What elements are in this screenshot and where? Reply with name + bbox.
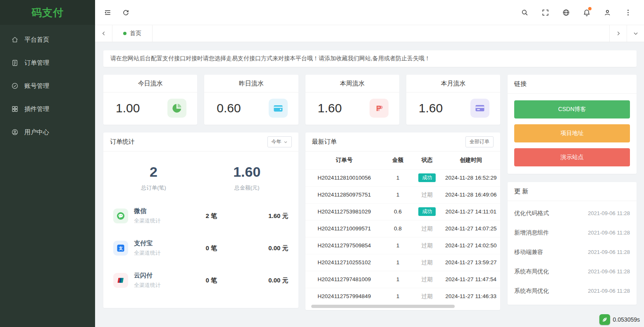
topbar — [95, 0, 644, 25]
app-root: 码支付 平台首页 订单管理 账号管理 插件管理 用户中心 — [0, 0, 644, 327]
channel-row-unionpay: 云闪付 全渠道统计 0 笔 0.00 元 — [113, 264, 289, 296]
svg-text:P: P — [376, 104, 381, 113]
sidebar-item-label: 账号管理 — [24, 82, 49, 90]
update-label: 系统布局优化 — [514, 287, 549, 295]
plugin-icon — [11, 105, 19, 113]
update-label: 系统布局优化 — [514, 268, 549, 275]
refresh-icon[interactable] — [117, 0, 135, 25]
column-header-order-no: 订单号 — [305, 152, 384, 169]
order-no: H2024112753981029 — [305, 203, 384, 220]
content: 请在您网站后台配置支付接口对接时请您选择走易支付接口方式来对接本平台哦！请添加收… — [95, 42, 644, 327]
channel-name: 支付宝 — [134, 239, 206, 247]
sidebar-item-accounts[interactable]: 账号管理 — [0, 74, 95, 97]
stat-value: 1.00 — [116, 101, 140, 115]
channel-count: 0 笔 — [206, 277, 247, 284]
update-item: 系统布局优化 2021-09-06 11:28 — [514, 281, 630, 301]
order-created: 2024-11-27 14:02:50 — [442, 237, 500, 254]
order-row: H2024112797481009 1 过期 2024-11-27 11:47:… — [305, 271, 501, 288]
tabs-scroll-left-icon[interactable] — [95, 25, 112, 42]
tab-label: 首页 — [130, 30, 141, 37]
sidebar-item-orders[interactable]: 订单管理 — [0, 51, 95, 74]
status-text: 过期 — [422, 192, 433, 198]
bank-card-icon — [470, 99, 489, 118]
stat-value: 1.60 — [419, 101, 443, 115]
all-orders-label: 全部订单 — [470, 138, 489, 145]
update-date: 2021-09-06 11:28 — [588, 268, 630, 275]
order-amount: 1 — [383, 237, 413, 254]
status-badge: 成功 — [418, 173, 436, 182]
scrollbar-thumb[interactable] — [311, 305, 455, 308]
right-zone: 链接 CSDN博客 项目地址 演示站点 更 新 — [508, 75, 637, 310]
order-amount: 0.8 — [383, 220, 413, 237]
collapse-sidebar-icon[interactable] — [98, 0, 117, 25]
update-label: 移动端兼容 — [514, 249, 543, 256]
load-time-text: 0.053059s — [613, 316, 640, 323]
channel-amount: 0.00 元 — [247, 277, 289, 284]
update-item: 新增消息组件 2021-09-06 11:28 — [514, 223, 630, 242]
tabs-menu-chevron-down-icon[interactable] — [627, 25, 644, 42]
order-amount: 1 — [383, 254, 413, 271]
order-amount: 1 — [383, 288, 413, 305]
channel-name: 云闪付 — [134, 272, 206, 280]
stat-value: 0.60 — [217, 101, 241, 115]
column-header-status: 状态 — [413, 152, 442, 169]
user-icon[interactable] — [597, 0, 618, 25]
order-totals: 2 总订单(笔) 1.60 总金额(元) — [103, 152, 298, 197]
left-zone: 今日流水 1.00 昨日流水 0.60 — [103, 75, 500, 310]
order-row: H2024112850975751 1 过期 2024-11-28 16:49:… — [305, 186, 501, 203]
status-text: 过期 — [422, 276, 433, 282]
period-select[interactable]: 今年 — [267, 136, 292, 147]
order-amount: 0.6 — [383, 203, 413, 220]
channel-row-wechat: 微信 全渠道统计 2 笔 1.60 元 — [113, 200, 289, 232]
demo-site-button[interactable]: 演示站点 — [514, 148, 630, 166]
sidebar-item-user-center[interactable]: 用户中心 — [0, 121, 95, 144]
bell-icon[interactable] — [576, 0, 597, 25]
orders-table: 订单号 金额 状态 创建时间 H2024112810010056 — [305, 152, 501, 305]
update-item: 移动端兼容 2021-09-06 11:28 — [514, 242, 630, 262]
order-no: H2024112710255102 — [305, 254, 384, 271]
stat-card-month: 本月流水 1.60 — [406, 75, 500, 125]
sidebar-item-label: 订单管理 — [24, 59, 49, 67]
stat-card-today: 今日流水 1.00 — [103, 75, 197, 125]
wallet-icon — [269, 99, 288, 118]
order-stats-title: 订单统计 — [110, 138, 135, 146]
notification-dot — [588, 7, 592, 10]
stat-cards: 今日流水 1.00 昨日流水 0.60 — [103, 75, 500, 125]
tab-home[interactable]: 首页 — [112, 25, 153, 42]
all-orders-button[interactable]: 全部订单 — [465, 136, 494, 147]
updates-title: 更 新 — [514, 187, 528, 195]
order-created: 2024-11-28 16:52:29 — [442, 169, 500, 186]
sidebar: 码支付 平台首页 订单管理 账号管理 插件管理 用户中心 — [0, 0, 95, 327]
leaf-icon — [599, 314, 610, 325]
stat-title: 昨日流水 — [204, 75, 298, 92]
sidebar-item-plugins[interactable]: 插件管理 — [0, 97, 95, 121]
svg-text:支: 支 — [118, 246, 123, 251]
more-icon[interactable] — [618, 0, 638, 25]
links-card: 链接 CSDN博客 项目地址 演示站点 — [508, 75, 637, 174]
order-created: 2024-11-27 14:07:25 — [442, 220, 500, 237]
status-text: 过期 — [422, 259, 433, 265]
topbar-right — [514, 0, 638, 25]
order-no: H2024112850975751 — [305, 186, 384, 203]
unionpay-icon — [113, 273, 128, 288]
globe-icon[interactable] — [556, 0, 576, 25]
project-url-button[interactable]: 项目地址 — [514, 124, 630, 142]
csdn-blog-button[interactable]: CSDN博客 — [514, 100, 630, 118]
order-no: H2024112797481009 — [305, 271, 384, 288]
status-text: 过期 — [422, 242, 433, 249]
chevron-down-icon — [284, 140, 288, 144]
order-created: 2024-11-27 13:59:27 — [442, 254, 500, 271]
sidebar-item-home[interactable]: 平台首页 — [0, 28, 95, 51]
order-row: H2024112757994849 1 过期 2024-11-27 11:46:… — [305, 288, 501, 305]
tabs-scroll-right-icon[interactable] — [609, 25, 627, 42]
column-header-amount: 金额 — [383, 152, 413, 169]
fullscreen-icon[interactable] — [535, 0, 556, 25]
update-date: 2021-09-06 11:28 — [588, 249, 630, 255]
stat-card-week: 本周流水 1.60 PP — [305, 75, 399, 125]
status-text: 过期 — [422, 293, 433, 299]
order-row: H2024112797509854 1 过期 2024-11-27 14:02:… — [305, 237, 501, 254]
updates-card: 更 新 优化代码格式 2021-09-06 11:28 新增消息组件 2021-… — [508, 182, 637, 305]
order-amount: 1 — [383, 271, 413, 288]
order-stats-card: 订单统计 今年 2 总订单(笔) — [103, 133, 298, 308]
search-icon[interactable] — [514, 0, 535, 25]
